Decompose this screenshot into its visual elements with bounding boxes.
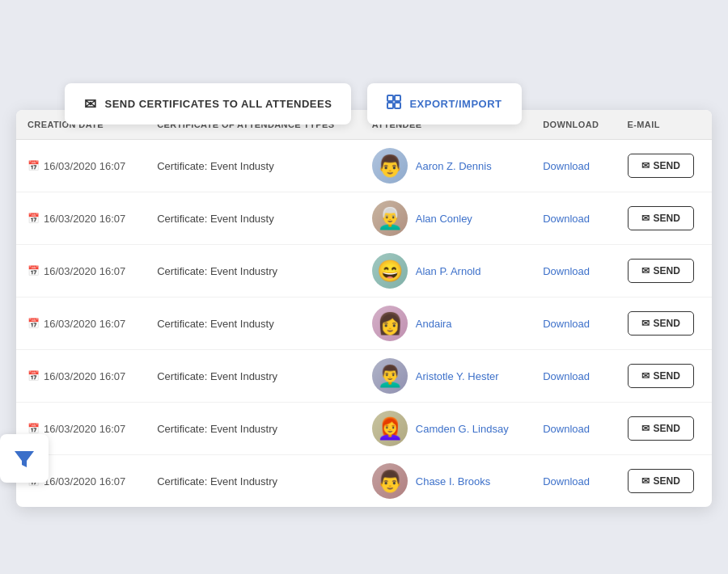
send-button-4[interactable]: ✉ SEND <box>628 364 694 388</box>
certificates-table: CREATION DATE CERTIFICATE OF ATTENDANCE … <box>16 110 712 507</box>
download-cell-6: Download <box>531 455 616 508</box>
download-link-3[interactable]: Download <box>543 318 590 330</box>
main-container: ✉ SEND CERTIFICATES TO ALL ATTENDEES EXP… <box>16 67 712 507</box>
cert-type-cell-2: Certificate: Event Industry <box>146 245 361 298</box>
send-button-3[interactable]: ✉ SEND <box>628 311 694 336</box>
cert-type-cell-4: Certificate: Event Industry <box>146 350 361 403</box>
avatar-6: 👨 <box>372 463 408 499</box>
attendee-name-0[interactable]: Aaron Z. Dennis <box>416 160 492 172</box>
download-link-5[interactable]: Download <box>543 423 590 435</box>
send-certificates-button[interactable]: ✉ SEND CERTIFICATES TO ALL ATTENDEES <box>65 83 351 125</box>
face-icon-5: 👩‍🦰 <box>377 418 403 439</box>
avatar-0: 👨 <box>372 148 408 184</box>
send-label-3: SEND <box>654 318 680 329</box>
grid-icon <box>387 95 401 113</box>
download-cell-4: Download <box>531 350 616 403</box>
send-button-1[interactable]: ✉ SEND <box>628 206 694 230</box>
attendee-name-6[interactable]: Chase I. Brooks <box>416 475 491 487</box>
attendee-name-4[interactable]: Aristotle Y. Hester <box>416 370 499 382</box>
date-value-3: 16/03/2020 16:07 <box>44 318 125 330</box>
avatar-1: 👨‍🦳 <box>372 200 408 236</box>
download-link-2[interactable]: Download <box>543 265 590 277</box>
face-icon-3: 👩 <box>377 313 403 334</box>
cert-type-cell-3: Certificate: Event Industy <box>146 298 361 350</box>
face-icon-6: 👨 <box>377 471 403 492</box>
send-certificates-label: SEND CERTIFICATES TO ALL ATTENDEES <box>105 98 332 110</box>
send-button-6[interactable]: ✉ SEND <box>628 469 694 493</box>
download-cell-2: Download <box>531 245 616 298</box>
top-actions-bar: ✉ SEND CERTIFICATES TO ALL ATTENDEES EXP… <box>16 67 712 125</box>
table-row: 📅 16/03/2020 16:07 Certificate: Event In… <box>16 350 712 403</box>
date-value-1: 16/03/2020 16:07 <box>44 213 125 225</box>
date-cell-1: 📅 16/03/2020 16:07 <box>16 192 146 245</box>
date-cell-4: 📅 16/03/2020 16:07 <box>16 350 146 403</box>
table-body: 📅 16/03/2020 16:07 Certificate: Event In… <box>16 140 712 508</box>
avatar-5: 👩‍🦰 <box>372 411 408 446</box>
envelope-icon: ✉ <box>84 95 97 113</box>
calendar-icon-5: 📅 <box>28 423 40 434</box>
send-cell-4: ✉ SEND <box>616 350 713 403</box>
calendar-icon-2: 📅 <box>28 265 40 276</box>
avatar-4: 👨‍🦱 <box>372 358 408 394</box>
table-row: 📅 16/03/2020 16:07 Certificate: Event In… <box>16 140 712 192</box>
attendee-name-2[interactable]: Alan P. Arnold <box>416 265 481 277</box>
send-envelope-icon-5: ✉ <box>641 423 650 434</box>
cert-type-cell-1: Certificate: Event Industy <box>146 192 361 245</box>
date-cell-2: 📅 16/03/2020 16:07 <box>16 245 146 298</box>
send-button-2[interactable]: ✉ SEND <box>628 259 694 283</box>
svg-rect-1 <box>395 95 400 101</box>
download-cell-3: Download <box>531 298 616 350</box>
send-cell-1: ✉ SEND <box>616 192 713 245</box>
date-value-4: 16/03/2020 16:07 <box>44 370 125 382</box>
table-row: 📅 16/03/2020 16:07 Certificate: Event In… <box>16 298 712 350</box>
send-cell-0: ✉ SEND <box>616 140 713 192</box>
calendar-icon-1: 📅 <box>28 213 40 224</box>
date-value-5: 16/03/2020 16:07 <box>44 423 125 435</box>
send-cell-2: ✉ SEND <box>616 245 713 298</box>
table-row: 📅 16/03/2020 16:07 Certificate: Event In… <box>16 192 712 245</box>
table-row: 📅 16/03/2020 16:07 Certificate: Event In… <box>16 455 712 508</box>
download-cell-0: Download <box>531 140 616 192</box>
certificates-table-card: CREATION DATE CERTIFICATE OF ATTENDANCE … <box>16 110 712 507</box>
send-button-5[interactable]: ✉ SEND <box>628 416 694 441</box>
send-cell-3: ✉ SEND <box>616 298 713 350</box>
face-icon-2: 😄 <box>377 260 403 281</box>
download-link-4[interactable]: Download <box>543 370 590 382</box>
svg-rect-3 <box>395 103 400 108</box>
attendee-cell-2: 😄 Alan P. Arnold <box>361 245 531 298</box>
download-cell-5: Download <box>531 403 616 455</box>
date-value-2: 16/03/2020 16:07 <box>44 265 125 277</box>
send-envelope-icon-2: ✉ <box>641 265 650 276</box>
attendee-cell-1: 👨‍🦳 Alan Conley <box>361 192 531 245</box>
attendee-name-1[interactable]: Alan Conley <box>416 213 472 225</box>
date-value-6: 16/03/2020 16:07 <box>44 475 125 487</box>
date-cell-0: 📅 16/03/2020 16:07 <box>16 140 146 192</box>
filter-badge[interactable] <box>0 434 49 483</box>
svg-rect-2 <box>387 103 393 108</box>
cert-type-cell-5: Certificate: Event Industry <box>146 403 361 455</box>
table-row: 📅 16/03/2020 16:07 Certificate: Event In… <box>16 403 712 455</box>
attendee-name-5[interactable]: Camden G. Lindsay <box>416 423 509 435</box>
send-envelope-icon-3: ✉ <box>641 318 650 329</box>
download-link-6[interactable]: Download <box>543 475 590 487</box>
send-label-1: SEND <box>654 213 680 224</box>
attendee-cell-6: 👨 Chase I. Brooks <box>361 455 531 508</box>
calendar-icon-0: 📅 <box>28 160 40 171</box>
calendar-icon-3: 📅 <box>28 318 40 329</box>
send-envelope-icon-6: ✉ <box>641 475 650 487</box>
export-import-label: EXPORT/IMPORT <box>409 98 502 110</box>
download-cell-1: Download <box>531 192 616 245</box>
download-link-1[interactable]: Download <box>543 213 590 225</box>
cert-type-cell-6: Certificate: Event Industry <box>146 455 361 508</box>
face-icon-1: 👨‍🦳 <box>377 208 403 229</box>
send-label-4: SEND <box>654 370 680 382</box>
send-button-0[interactable]: ✉ SEND <box>628 154 694 178</box>
send-cell-6: ✉ SEND <box>616 455 713 508</box>
filter-icon <box>11 445 37 471</box>
attendee-cell-5: 👩‍🦰 Camden G. Lindsay <box>361 403 531 455</box>
attendee-name-3[interactable]: Andaira <box>416 318 452 330</box>
download-link-0[interactable]: Download <box>543 160 590 172</box>
export-import-button[interactable]: EXPORT/IMPORT <box>367 83 521 125</box>
avatar-2: 😄 <box>372 253 408 289</box>
send-cell-5: ✉ SEND <box>616 403 713 455</box>
